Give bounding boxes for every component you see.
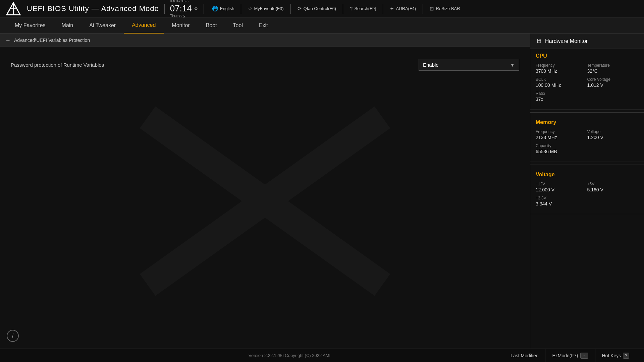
mem-row-2: Capacity 65536 MB [536, 143, 639, 154]
cpu-freq-value: 3700 MHz [536, 68, 587, 74]
hot-keys-btn[interactable]: Hot Keys ? [595, 349, 636, 362]
hw-section-cpu: CPU Frequency 3700 MHz Temperature 32°C … [530, 49, 644, 110]
mem-freq-col: Frequency 2133 MHz [536, 129, 587, 140]
cpu-section-title: CPU [536, 53, 639, 59]
ezmode-key-icon: → [580, 353, 588, 359]
qfan-label: Qfan Control(F6) [304, 6, 336, 11]
cpu-freq-col: Frequency 3700 MHz [536, 63, 587, 74]
cpu-row-1: Frequency 3700 MHz Temperature 32°C [536, 63, 639, 74]
resizebar-label: ReSize BAR [436, 6, 460, 11]
nav-boot[interactable]: Boot [198, 17, 225, 34]
nav-main[interactable]: Main [54, 17, 82, 34]
cpu-temp-col: Temperature 32°C [587, 63, 639, 74]
volt-5v-value: 5.160 V [587, 187, 639, 192]
header-divider [164, 4, 165, 14]
cpu-corevolt-value: 1.012 V [587, 82, 639, 88]
asus-logo [5, 2, 21, 15]
nav-bar: My Favorites Main Ai Tweaker Advanced Mo… [0, 17, 644, 34]
back-arrow-icon[interactable]: ← [5, 37, 11, 43]
mem-cap-col: Capacity 65536 MB [536, 143, 639, 154]
cpu-corevolt-col: Core Voltage 1.012 V [587, 77, 639, 88]
myfavorite-btn[interactable]: ☆ MyFavorite(F3) [248, 6, 283, 12]
footer-right: Last Modified EzMode(F7) → Hot Keys ? [504, 349, 636, 362]
volt-row-2: +3.3V 3.344 V [536, 196, 639, 206]
hw-section-voltage: Voltage +12V 12.000 V +5V 5.160 V +3.3V … [530, 168, 644, 214]
ctrl-divider3 [343, 4, 343, 14]
resizebar-icon: ⊡ [430, 6, 434, 12]
ezmode-btn[interactable]: EzMode(F7) → [545, 349, 595, 362]
mem-row-1: Frequency 2133 MHz Voltage 1.200 V [536, 129, 639, 140]
search-btn[interactable]: ? Search(F9) [350, 6, 376, 11]
myfavorite-icon: ☆ [248, 6, 252, 12]
date-display: 03/16/2023 [170, 0, 198, 3]
monitor-icon: 🖥 [536, 38, 542, 45]
breadcrumb: Advanced\UEFI Variables Protection [14, 38, 90, 43]
header-controls: 🌐 English ☆ MyFavorite(F3) ⟳ Qfan Contro… [212, 4, 460, 14]
volt-33v-value: 3.344 V [536, 201, 639, 206]
hot-keys-icon: ? [623, 353, 629, 359]
mem-cap-label: Capacity [536, 143, 639, 148]
qfan-btn[interactable]: ⟳ Qfan Control(F6) [298, 6, 336, 12]
svg-line-4 [148, 117, 382, 285]
mem-volt-value: 1.200 V [587, 135, 639, 140]
cpu-mem-divider [530, 112, 644, 113]
aura-icon: ✦ [390, 6, 394, 12]
setting-control: Enable ▼ [419, 59, 519, 71]
hot-keys-label: Hot Keys [602, 353, 621, 358]
svg-line-3 [148, 117, 382, 285]
ctrl-divider4 [383, 4, 383, 14]
bg-decoration [0, 54, 530, 349]
mem-cap-value: 65536 MB [536, 149, 639, 154]
header: UEFI BIOS Utility — Advanced Mode 03/16/… [0, 0, 644, 17]
header-divider2 [204, 4, 204, 14]
content-area: ← Advanced\UEFI Variables Protection Pas… [0, 34, 530, 349]
last-modified-label: Last Modified [511, 353, 538, 358]
voltage-section-title: Voltage [536, 172, 639, 178]
aura-btn[interactable]: ✦ AURA(F4) [390, 6, 416, 12]
nav-advanced[interactable]: Advanced [124, 17, 164, 34]
language-btn[interactable]: 🌐 English [212, 6, 234, 12]
volt-33v-col: +3.3V 3.344 V [536, 196, 639, 206]
last-modified-btn[interactable]: Last Modified [504, 349, 545, 362]
cpu-bclk-value: 100.00 MHz [536, 82, 587, 88]
settings-content: Password protection of Runtime Variables… [0, 47, 530, 83]
nav-ai-tweaker[interactable]: Ai Tweaker [81, 17, 124, 34]
cpu-row-3: Ratio 37x [536, 91, 639, 102]
dropdown-value: Enable [423, 62, 439, 68]
cpu-temp-value: 32°C [587, 68, 639, 74]
mem-volt-label: Voltage [587, 129, 639, 134]
hw-section-memory: Memory Frequency 2133 MHz Voltage 1.200 … [530, 115, 644, 162]
nav-tool[interactable]: Tool [225, 17, 251, 34]
cpu-row-2: BCLK 100.00 MHz Core Voltage 1.012 V [536, 77, 639, 88]
search-label: Search(F9) [354, 6, 376, 11]
breadcrumb-bar: ← Advanced\UEFI Variables Protection [0, 34, 530, 47]
volt-5v-label: +5V [587, 182, 639, 186]
hw-monitor-title: Hardware Monitor [545, 38, 588, 44]
nav-monitor[interactable]: Monitor [164, 17, 198, 34]
settings-icon[interactable]: ⚙ [194, 6, 198, 11]
cpu-ratio-col: Ratio 37x [536, 91, 639, 102]
language-label: English [220, 6, 234, 11]
volt-33v-label: +3.3V [536, 196, 639, 200]
setting-row: Password protection of Runtime Variables… [11, 55, 519, 75]
info-icon[interactable]: i [7, 330, 19, 342]
enable-dropdown[interactable]: Enable ▼ [419, 59, 519, 71]
resizebar-btn[interactable]: ⊡ ReSize BAR [430, 6, 460, 12]
main-layout: ← Advanced\UEFI Variables Protection Pas… [0, 34, 644, 349]
language-icon: 🌐 [212, 6, 218, 12]
datetime-block: 03/16/2023 07:14 ⚙ Thursday [170, 0, 198, 18]
cpu-freq-label: Frequency [536, 63, 587, 68]
mem-freq-value: 2133 MHz [536, 135, 587, 140]
footer: Version 2.22.1286 Copyright (C) 2022 AMI… [0, 349, 644, 362]
dropdown-arrow-icon: ▼ [510, 62, 515, 68]
ctrl-divider5 [423, 4, 423, 14]
time-display: 07:14 [170, 3, 192, 14]
nav-my-favorites[interactable]: My Favorites [7, 17, 54, 34]
myfavorite-label: MyFavorite(F3) [254, 6, 283, 11]
ezmode-label: EzMode(F7) [552, 353, 578, 358]
nav-exit[interactable]: Exit [251, 17, 276, 34]
ctrl-divider1 [241, 4, 241, 14]
volt-5v-col: +5V 5.160 V [587, 182, 639, 192]
mem-volt-col: Voltage 1.200 V [587, 129, 639, 140]
hw-monitor-header: 🖥 Hardware Monitor [530, 34, 644, 49]
